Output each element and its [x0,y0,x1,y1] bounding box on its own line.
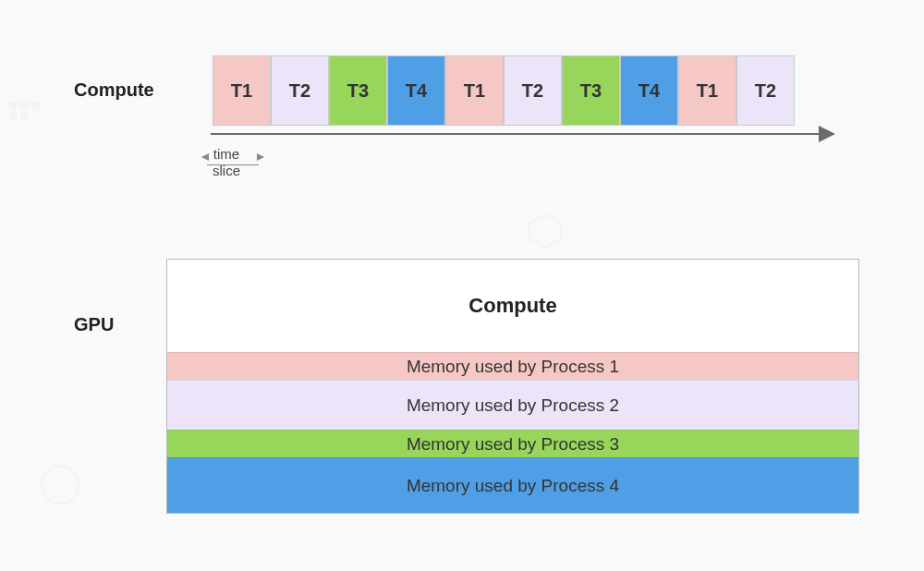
svg-marker-5 [529,214,561,248]
gpu-box: Compute Memory used by Process 1 Memory … [166,259,859,514]
time-slot: T4 [387,55,445,126]
time-slot: T2 [736,55,795,126]
memory-region-process-3: Memory used by Process 3 [167,430,858,457]
gpu-label: GPU [74,314,114,335]
memory-region-process-2: Memory used by Process 2 [167,380,858,430]
svg-rect-4 [20,113,28,120]
timeline-track: T1 T2 T3 T4 T1 T2 T3 T4 T1 T2 [213,55,795,126]
time-slot: T3 [329,55,387,126]
time-axis-line [211,133,821,135]
time-slot: T1 [445,55,504,126]
svg-rect-1 [20,102,28,109]
gpu-compute-region: Compute [167,260,858,352]
memory-region-process-4: Memory used by Process 4 [167,457,858,513]
time-slot: T4 [620,55,678,126]
time-slot: T1 [213,55,271,126]
memory-region-process-1: Memory used by Process 1 [167,352,858,380]
arrow-right-icon [257,153,264,161]
time-axis-arrowhead-icon [819,126,835,142]
svg-point-6 [42,467,79,504]
time-slot: T2 [504,55,562,126]
time-slice-annotation: time slice [213,146,240,179]
time-slot: T1 [678,55,736,126]
compute-label: Compute [74,79,154,101]
time-slot: T3 [562,55,620,126]
divider-line [207,164,259,165]
svg-rect-3 [9,113,17,120]
svg-rect-2 [31,102,39,109]
time-slice-top: time [213,146,239,162]
svg-rect-0 [9,102,17,109]
arrow-left-icon [201,153,209,161]
time-slot: T2 [271,55,329,126]
